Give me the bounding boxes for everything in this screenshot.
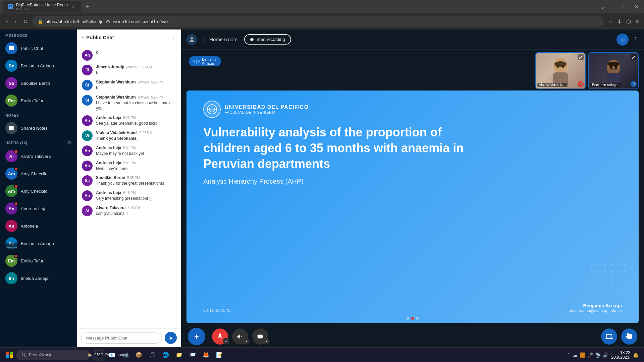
taskbar-app-outlook[interactable]: 📨 — [186, 349, 199, 361]
start-button[interactable] — [3, 348, 16, 362]
menu-button[interactable]: ≡ — [634, 17, 640, 26]
users-settings-icon[interactable]: ⚙ — [67, 140, 71, 145]
back-button[interactable]: ‹ — [4, 17, 10, 26]
app-container: MESSAGES Public Chat Be Benjamin Arriaga… — [0, 29, 644, 347]
new-tab-button[interactable]: + — [83, 2, 92, 11]
microphone-button[interactable]: ▲ — [212, 328, 228, 345]
msg-name: Violeta Vidaček-Hainš — [96, 130, 138, 135]
taskbar-cloud-icon[interactable]: ☁ — [573, 352, 578, 358]
active-tab[interactable]: B BigBlueButton - Home Room PLAYING ✕ — [3, 1, 81, 12]
header-right: ⋮ — [616, 34, 639, 46]
tab-collapse-button[interactable]: ⌄ — [599, 2, 606, 11]
minimize-button[interactable]: − — [609, 3, 617, 11]
list-item[interactable]: Im Imelda Zadeja — [0, 269, 77, 287]
taskbar-network-icon[interactable]: 📶 — [580, 352, 585, 358]
taskbar-microphone-icon[interactable]: 🎤 — [587, 352, 593, 358]
user-alvaro-label: Alvaro Talavera — [21, 154, 51, 159]
taskbar-notification-icon[interactable]: 🔔 — [633, 352, 639, 358]
camera-chevron-icon[interactable]: ▲ — [263, 338, 270, 345]
taskbar-system-icons: ⌃ ☁ 📶 🎤 📡 🔊 — [567, 352, 608, 358]
sidebar-item-public-chat[interactable]: Public Chat — [0, 40, 77, 57]
raise-hand-button[interactable] — [621, 328, 637, 345]
secure-icon: 🔒 — [38, 19, 43, 24]
add-button[interactable]: + — [188, 328, 205, 345]
chat-input[interactable] — [81, 333, 162, 344]
audio-button[interactable]: ▲ — [232, 328, 248, 345]
svg-point-30 — [618, 270, 620, 273]
taskbar-app-folder[interactable]: 📁 — [173, 349, 185, 361]
slide-main-title: Vulnerability analysis of the proportion… — [203, 125, 472, 172]
reload-button[interactable]: ↻ — [21, 17, 30, 26]
video-label-violeta: Violeta Vidaček-... — [537, 83, 568, 87]
taskbar-app-firefox[interactable]: 🦊 — [200, 349, 212, 361]
sidebar-item-dm-benjamin[interactable]: Be Benjamin Arriaga — [0, 57, 77, 74]
audio-chevron-icon[interactable]: ▲ — [243, 338, 250, 345]
download-button[interactable]: ⬇ — [616, 17, 623, 26]
msg-avatar: Ji — [82, 65, 93, 75]
speaker-name: Benjamin Arriaga — [202, 57, 217, 65]
sidebar-item-dm-saoulkie[interactable]: Sa Saoulkie Bertin — [0, 74, 77, 92]
list-item[interactable]: Am Amy Checcllo — [0, 165, 77, 182]
list-item: Vi Violeta Vidaček-Hainš 6:27 PM Thank y… — [77, 128, 181, 143]
bookmark-button[interactable]: ☆ — [606, 17, 614, 26]
chat-back-button[interactable]: ‹ — [82, 34, 84, 40]
mic-chevron-icon[interactable]: ▲ — [223, 338, 229, 345]
shared-notes-label: Shared Notes — [21, 126, 48, 131]
svg-point-33 — [597, 277, 599, 279]
badge — [14, 167, 18, 171]
taskbar-search[interactable]: Pretraživanje — [16, 350, 90, 360]
user-antonela-label: Antonela — [21, 224, 38, 229]
taskbar-app-music[interactable]: 🎵 — [146, 349, 158, 361]
list-item[interactable]: Be 📷 Webcam Benjamin Arriaga — [0, 235, 77, 252]
screen-share-button[interactable] — [601, 328, 617, 345]
video-expand-button[interactable]: ⤢ — [578, 54, 584, 60]
taskbar-app-edge[interactable]: 🌐 — [160, 349, 172, 361]
taskbar-app-word[interactable]: 📝 — [213, 349, 225, 361]
msg-name: Stephanie Washburn — [96, 80, 136, 84]
taskbar-expand-icon[interactable]: ⌃ — [567, 352, 571, 358]
msg-avatar: An — [82, 190, 93, 201]
taskbar-wifi-icon[interactable]: 📡 — [595, 352, 601, 358]
sidebar-item-dm-emilio[interactable]: Em Emilio Tafur — [0, 92, 77, 109]
maximize-button[interactable]: ❐ — [620, 3, 629, 11]
msg-name: Stephanie Washburn — [96, 95, 136, 100]
weather-icon: ⛅ — [87, 353, 92, 357]
forward-button[interactable]: › — [12, 17, 18, 26]
messages-section-header: MESSAGES — [0, 29, 77, 40]
svg-point-21 — [597, 264, 599, 266]
tab-close-button[interactable]: ✕ — [70, 4, 76, 9]
msg-content: Violeta Vidaček-Hainš 6:27 PM Thank you … — [96, 130, 176, 141]
list-item[interactable]: An Andreas Leja — [0, 200, 77, 217]
chat-more-button[interactable]: ⋮ — [170, 34, 176, 41]
list-item[interactable]: Am Amy Checcllo — [0, 182, 77, 200]
video-expand-button-2[interactable]: ⤢ — [631, 54, 637, 60]
svg-point-45 — [597, 291, 599, 293]
send-button[interactable]: ➤ — [165, 332, 177, 344]
camera-button[interactable]: ▲ — [252, 328, 268, 345]
stats-button[interactable] — [616, 34, 629, 46]
weather-temp: 25°C — [94, 353, 103, 357]
public-chat-label: Public Chat — [21, 46, 43, 51]
msg-meta: Saoulkie Bertin 5:35 PM — [96, 175, 176, 180]
msg-text: See ya later Stephanie, good luck! — [96, 121, 176, 126]
list-item[interactable]: Al Alvaro Talavera — [0, 147, 77, 165]
avatar-amy2: Am — [5, 185, 17, 197]
main-header: | Home Room Start recording ⋮ — [181, 29, 644, 50]
list-item[interactable]: Em Emilio Tafur — [0, 252, 77, 269]
avatar-benjamin-dm: Be — [5, 60, 17, 72]
taskbar-app-dropbox[interactable]: 📦 — [133, 349, 145, 361]
start-recording-button[interactable]: Start recording — [244, 34, 291, 45]
taskbar-clock: 18:22 20.9.2023. — [611, 350, 630, 360]
address-input[interactable]: 🔒 https://bbb.foi.hr/html5client/join?se… — [32, 16, 604, 27]
msg-text: Maybe they're not back yet — [96, 151, 176, 157]
users-section: USERS (16) ⚙ — [0, 137, 77, 147]
svg-point-5 — [554, 61, 567, 67]
msg-content: Andreas Leja 5:31 PM Maybe they're not b… — [96, 145, 176, 157]
more-options-button[interactable]: ⋮ — [633, 36, 639, 43]
list-item[interactable]: An Antonela — [0, 217, 77, 235]
chat-messages: An c Ji Jimena Juradp (offline) 5:21 PM … — [77, 45, 181, 328]
close-button[interactable]: ✕ — [632, 3, 641, 11]
taskbar-volume-icon[interactable]: 🔊 — [603, 352, 608, 358]
extensions-button[interactable]: ⬡ — [625, 17, 632, 26]
sidebar-item-shared-notes[interactable]: Shared Notes — [0, 119, 77, 137]
